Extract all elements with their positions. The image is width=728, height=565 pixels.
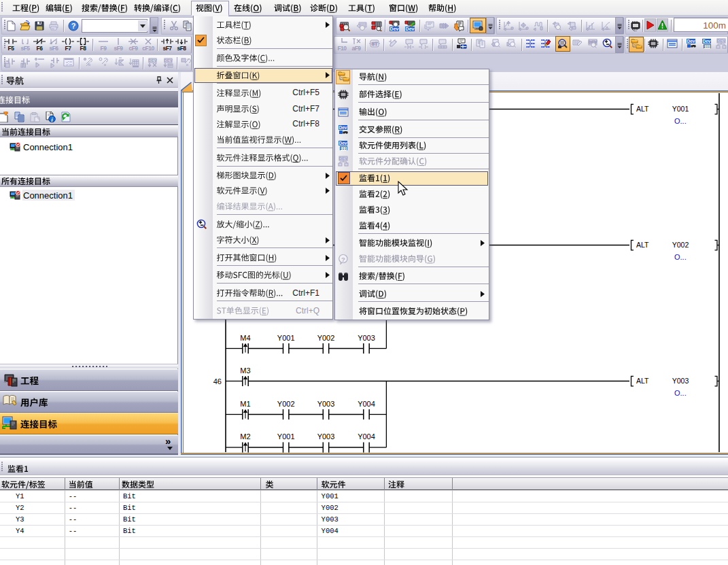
svg-text:Y003: Y003 [317, 400, 335, 408]
svg-text:O...: O... [674, 389, 687, 397]
svg-text:Y003: Y003 [317, 432, 335, 441]
svg-text:M4: M4 [240, 334, 250, 342]
svg-text:Y001: Y001 [277, 334, 295, 342]
svg-text:46: 46 [213, 377, 222, 386]
svg-text:M2: M2 [240, 432, 250, 441]
svg-text:Y004: Y004 [358, 400, 375, 408]
svg-text:Dev: Dev [339, 125, 347, 130]
svg-text:Y001: Y001 [672, 105, 689, 113]
svg-text:Y001: Y001 [277, 432, 295, 441]
svg-text:O...: O... [674, 117, 687, 125]
svg-text:DEV: DEV [339, 156, 347, 160]
svg-text:ALT: ALT [636, 377, 649, 385]
svg-text:Y003: Y003 [672, 377, 689, 385]
svg-text:M1: M1 [240, 400, 250, 408]
svg-text:ALT: ALT [636, 241, 649, 249]
svg-text:Y003: Y003 [358, 334, 375, 342]
svg-text:ALT: ALT [636, 105, 649, 113]
svg-text:?: ? [341, 255, 345, 262]
svg-text:Dev: Dev [339, 141, 347, 145]
svg-text:Y002: Y002 [672, 241, 689, 249]
svg-text:Y002: Y002 [317, 334, 335, 342]
svg-text:Y004: Y004 [358, 432, 375, 441]
svg-text:M3: M3 [240, 366, 250, 375]
svg-text:Y002: Y002 [277, 400, 295, 408]
svg-text:O...: O... [674, 253, 687, 261]
